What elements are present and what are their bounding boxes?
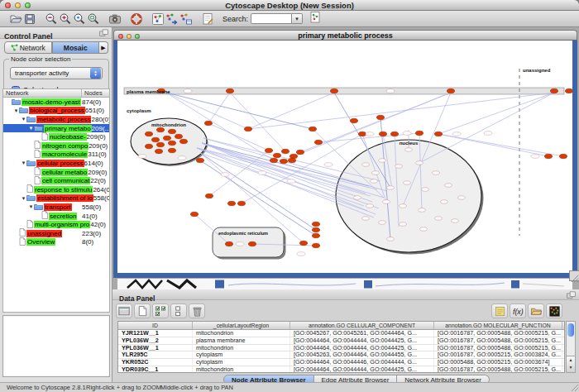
birds-eye-view[interactable]: [2, 315, 110, 377]
gene-node[interactable]: [376, 115, 384, 119]
gene-node[interactable]: [400, 204, 407, 208]
gene-node[interactable]: [379, 159, 386, 162]
gene-node[interactable]: [379, 221, 386, 224]
gene-node[interactable]: [244, 127, 251, 131]
disclosure-triangle-icon[interactable]: ▼: [21, 160, 26, 165]
tab-mosaic[interactable]: Mosaic: [52, 41, 100, 54]
gene-node[interactable]: [288, 158, 295, 162]
table-row[interactable]: YKR052Ccytoplasm[GO:0044464, GO:0044446,…: [118, 359, 564, 366]
gene-node[interactable]: [447, 88, 454, 93]
gene-node[interactable]: [420, 227, 428, 231]
tab-network[interactable]: Network: [4, 41, 52, 54]
table-column-header[interactable]: annotation.GO CELLULAR_COMPONENT: [290, 322, 434, 329]
gene-node[interactable]: [145, 131, 152, 136]
gene-node[interactable]: [565, 88, 572, 93]
search-dropdown-arrow-icon[interactable]: ▼: [292, 13, 303, 24]
gene-node[interactable]: [445, 184, 452, 187]
gene-node[interactable]: [358, 131, 366, 136]
attribute-table-icon[interactable]: [116, 304, 132, 318]
network-file-icon[interactable]: [308, 10, 322, 24]
zoom-out-icon[interactable]: [44, 12, 58, 26]
gene-node[interactable]: [312, 222, 319, 226]
import-table-icon[interactable]: [179, 12, 193, 26]
zoom-fit-icon[interactable]: [86, 12, 100, 26]
gene-node[interactable]: [404, 181, 411, 184]
gene-node[interactable]: [156, 127, 164, 131]
gene-node[interactable]: [280, 159, 287, 163]
gene-node[interactable]: [433, 171, 440, 174]
import-attributes-icon[interactable]: [528, 304, 544, 318]
color-attribute-dropdown[interactable]: transporter activity ▲▼: [10, 67, 103, 79]
save-icon[interactable]: [22, 12, 36, 26]
gene-node[interactable]: [168, 129, 175, 133]
gene-node[interactable]: [395, 165, 403, 168]
gene-node[interactable]: [390, 131, 398, 136]
gene-node[interactable]: [204, 121, 212, 125]
gene-node[interactable]: [178, 156, 186, 160]
gene-node[interactable]: [312, 233, 319, 237]
gene-node[interactable]: [386, 89, 395, 93]
disclosure-triangle-icon[interactable]: ▼: [28, 126, 34, 131]
gene-node[interactable]: [405, 148, 413, 151]
disclosure-triangle-icon[interactable]: ▼: [21, 117, 26, 122]
tree-row[interactable]: ▼primary metabo209(...: [3, 124, 109, 133]
gene-node[interactable]: [221, 173, 229, 177]
gene-node[interactable]: [400, 222, 407, 226]
scrollbar-thumb[interactable]: [567, 323, 574, 337]
gene-node[interactable]: [258, 171, 266, 175]
gene-node[interactable]: [434, 131, 442, 136]
frame-titlebar[interactable]: primary metabolic process: [113, 30, 577, 41]
new-attribute-icon[interactable]: [134, 304, 151, 318]
gene-node[interactable]: [362, 217, 370, 220]
gene-node[interactable]: [248, 241, 256, 246]
gene-node[interactable]: [175, 134, 182, 138]
gene-node[interactable]: [372, 171, 380, 174]
disclosure-triangle-icon[interactable]: ▼: [21, 196, 26, 201]
gene-node[interactable]: [324, 163, 333, 167]
tree-row[interactable]: ▼metabolic process280(0): [3, 115, 109, 124]
gene-node[interactable]: [366, 132, 374, 136]
gene-node[interactable]: [422, 188, 429, 191]
gene-node[interactable]: [559, 154, 567, 158]
tree-row[interactable]: response to stimulu264(0): [3, 185, 109, 194]
disclosure-triangle-icon[interactable]: ▼: [28, 204, 34, 209]
tree-row[interactable]: Overview8(0): [3, 238, 109, 247]
open-file-icon[interactable]: [8, 12, 22, 26]
tree-row[interactable]: ▼biological_process651(0): [3, 107, 109, 116]
gene-node[interactable]: [371, 179, 378, 183]
unselect-attributes-icon[interactable]: [170, 304, 187, 318]
gene-node[interactable]: [296, 150, 304, 154]
gene-node[interactable]: [205, 194, 213, 198]
disclosure-triangle-icon[interactable]: ▼: [13, 108, 19, 113]
window-resize-grip[interactable]: [569, 382, 579, 392]
zoom-in-icon[interactable]: [58, 12, 72, 26]
gene-node[interactable]: [138, 155, 146, 159]
gene-node[interactable]: [350, 118, 357, 122]
annotation-icon[interactable]: [200, 12, 214, 26]
gene-node[interactable]: [237, 201, 245, 205]
gene-node[interactable]: [544, 154, 552, 158]
table-column-header[interactable]: annotation.GO MOLECULAR_FUNCTION: [434, 322, 562, 329]
delete-attribute-icon[interactable]: [189, 304, 205, 318]
tree-row[interactable]: mosaic-demo-yeast874(0): [3, 98, 109, 107]
gene-node[interactable]: [362, 163, 370, 166]
float-panel-icon[interactable]: [567, 291, 576, 299]
tree-row[interactable]: nitrogen compo209(0): [3, 141, 109, 151]
scrollbar-buttons[interactable]: ▲▼: [567, 356, 575, 372]
network-frame-icon[interactable]: [151, 12, 165, 26]
frame-resize-grip[interactable]: [569, 270, 579, 281]
gene-node[interactable]: [190, 212, 198, 216]
help-icon[interactable]: [129, 12, 143, 26]
table-row[interactable]: YDR039C__1mitochondrion[GO:0044464, GO:0…: [118, 366, 564, 373]
notes-icon[interactable]: [491, 304, 508, 318]
gene-node[interactable]: [387, 237, 395, 241]
gene-node[interactable]: [458, 196, 466, 199]
gene-node[interactable]: [168, 148, 175, 152]
gene-node[interactable]: [227, 201, 235, 205]
gene-node[interactable]: [265, 148, 272, 152]
gene-node[interactable]: [441, 200, 448, 203]
gene-node[interactable]: [273, 153, 280, 157]
gene-node[interactable]: [281, 149, 289, 153]
gene-node[interactable]: [196, 158, 203, 162]
gene-node[interactable]: [379, 131, 386, 136]
